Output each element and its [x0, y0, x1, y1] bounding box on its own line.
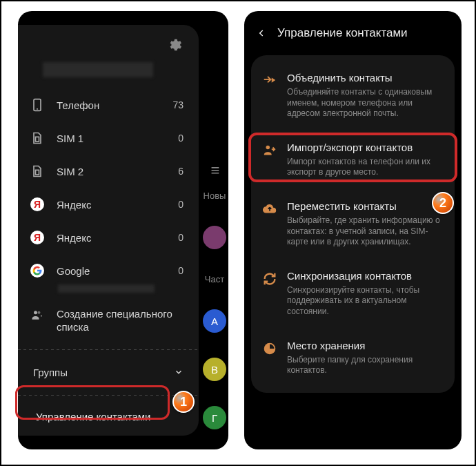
chip-chast: Част: [205, 274, 224, 284]
divider: [18, 395, 199, 396]
opt-sync[interactable]: Синхронизация контактов Синхронизируйте …: [251, 259, 455, 329]
account-count: 0: [178, 265, 184, 276]
sim-icon: [30, 131, 44, 145]
account-yandex1[interactable]: Я Яндекс 0: [18, 188, 199, 221]
right-phone: Управление контактами Объединить контакт…: [244, 11, 462, 449]
opt-import-export[interactable]: Импорт/экспорт контактов Импорт контакто…: [251, 130, 455, 189]
google-icon: [30, 264, 44, 278]
opt-title: Синхронизация контактов: [287, 270, 442, 282]
account-label: SIM 1: [57, 133, 83, 144]
account-phone[interactable]: Телефон 73: [18, 88, 199, 122]
yandex-icon: Я: [30, 231, 44, 244]
avatar-g: Г: [203, 406, 226, 429]
back-icon[interactable]: [257, 28, 266, 38]
chevron-down-icon: [174, 367, 184, 377]
account-label: SIM 2: [57, 166, 83, 177]
sim-icon: [30, 164, 44, 178]
account-count: 0: [178, 133, 184, 144]
cloud-upload-icon: [262, 202, 277, 217]
svg-rect-3: [36, 170, 39, 175]
svg-rect-2: [36, 137, 39, 142]
account-count: 6: [178, 166, 184, 177]
account-count: 0: [178, 199, 184, 210]
import-export-icon: [262, 143, 277, 158]
header: Управление контактами: [244, 11, 462, 52]
opt-title: Переместить контакты: [287, 200, 442, 213]
chip-novy: Новы: [204, 191, 226, 201]
opt-desc: Синхронизируйте контакты, чтобы поддержи…: [287, 285, 442, 318]
storage-icon: [262, 341, 277, 356]
options-card: Объединить контакты Объединяйте контакты…: [251, 55, 455, 393]
phone-icon: [30, 98, 44, 112]
sync-icon: [262, 271, 277, 287]
group-add-icon: [30, 308, 44, 322]
svg-point-5: [38, 311, 41, 314]
account-name-blurred: [43, 62, 153, 77]
create-list-button[interactable]: Создание специального списка: [18, 295, 199, 345]
page-title: Управление контактами: [277, 26, 408, 40]
opt-title: Импорт/экспорт контактов: [287, 142, 442, 154]
merge-icon: [262, 73, 277, 88]
step-badge-2: 2: [432, 192, 454, 214]
svg-point-6: [266, 145, 270, 149]
avatar-a: [203, 226, 226, 249]
avatar-a2: А: [203, 309, 226, 333]
account-label: Яндекс: [57, 199, 91, 211]
hamburger-icon: ≡: [205, 162, 226, 179]
groups-label: Группы: [33, 367, 68, 378]
account-label: Телефон: [57, 99, 99, 111]
account-count: 0: [178, 232, 184, 243]
manage-contacts-button[interactable]: Управление контактами: [26, 400, 171, 434]
opt-desc: Импорт контактов на телефон или их экспо…: [287, 157, 442, 178]
opt-title: Место хранения: [287, 340, 442, 352]
account-count: 73: [172, 99, 184, 110]
avatar-b: В: [203, 358, 226, 381]
step-badge-1: 1: [172, 391, 195, 413]
opt-desc: Выбирайте, где хранить информацию о конт…: [287, 215, 442, 248]
groups-row[interactable]: Группы: [18, 354, 199, 391]
opt-merge[interactable]: Объединить контакты Объединяйте контакты…: [251, 61, 455, 130]
nav-drawer: Телефон 73 SIM 1 0 SIM 2 6 Я Яндекс 0: [18, 25, 199, 436]
opt-desc: Объединяйте контакты с одинаковым именем…: [287, 87, 442, 119]
opt-title: Объединить контакты: [287, 72, 442, 84]
account-label: Google: [57, 265, 90, 277]
account-yandex2[interactable]: Я Яндекс 0: [18, 221, 199, 254]
divider: [18, 349, 199, 350]
google-email-blurred: [58, 284, 155, 293]
opt-desc: Выберите папку для сохранения контактов.: [287, 355, 442, 376]
gear-icon[interactable]: [167, 37, 182, 52]
yandex-icon: Я: [30, 197, 44, 211]
account-label: Яндекс: [57, 232, 91, 244]
account-sim2[interactable]: SIM 2 6: [18, 155, 199, 188]
opt-move[interactable]: Переместить контакты Выбирайте, где хран…: [251, 189, 455, 259]
account-sim1[interactable]: SIM 1 0: [18, 122, 199, 155]
create-list-label: Создание специального списка: [57, 308, 184, 334]
left-phone: ≡ Новы Част А В Г А Телефон 73 SIM 1: [18, 11, 228, 449]
contact-preview: Новы Част А В Г А: [201, 191, 228, 449]
opt-storage[interactable]: Место хранения Выберите папку для сохран…: [251, 329, 455, 387]
svg-point-4: [34, 311, 37, 314]
